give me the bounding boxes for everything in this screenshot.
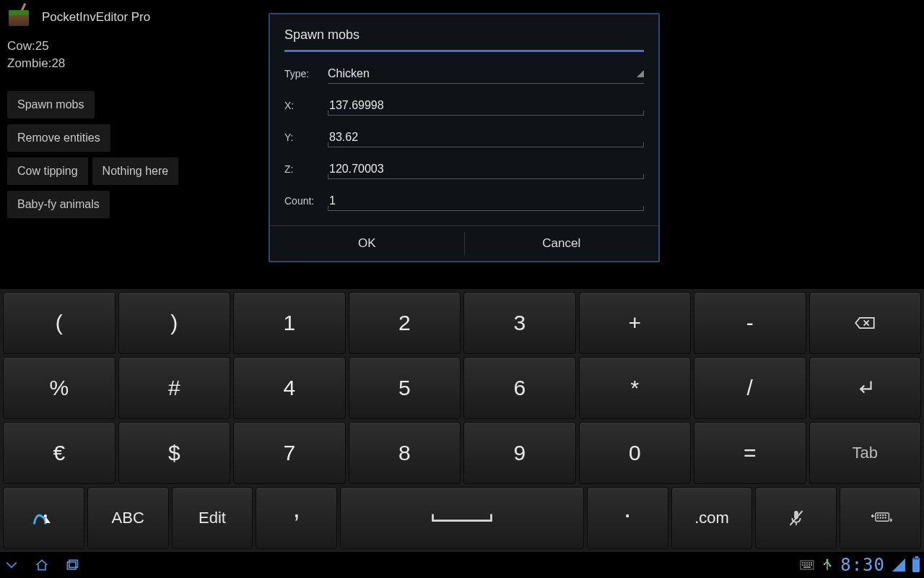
nav-recent-button[interactable] [65, 558, 79, 572]
cow-tipping-button[interactable]: Cow tipping [7, 158, 88, 185]
ok-button[interactable]: OK [270, 226, 464, 261]
type-label: Type: [284, 68, 328, 79]
key-mic[interactable] [755, 487, 837, 549]
svg-rect-5 [877, 514, 879, 516]
spawn-mobs-button[interactable]: Spawn mobs [7, 91, 95, 118]
svg-rect-10 [879, 517, 881, 519]
y-input[interactable]: 83.62 [328, 128, 644, 147]
key-abc[interactable]: ABC [87, 487, 169, 549]
key-4[interactable]: 4 [233, 357, 346, 419]
backspace-icon [853, 311, 877, 335]
svg-rect-9 [877, 517, 879, 519]
key-lparen[interactable]: ( [3, 292, 116, 354]
app-title: PocketInvEditor Pro [42, 10, 150, 25]
enter-icon [853, 376, 877, 400]
svg-rect-23 [806, 564, 808, 566]
key-9[interactable]: 9 [463, 422, 576, 484]
svg-rect-22 [804, 564, 806, 566]
svg-rect-28 [824, 564, 825, 565]
svg-rect-7 [882, 514, 884, 516]
cancel-button[interactable]: Cancel [465, 226, 659, 261]
key-equals[interactable]: = [694, 422, 806, 484]
svg-rect-24 [808, 564, 810, 566]
dropdown-triangle-icon [637, 70, 644, 77]
key-0[interactable]: 0 [579, 422, 692, 484]
nav-home-button[interactable] [35, 558, 49, 572]
remove-entities-button[interactable]: Remove entities [7, 124, 110, 152]
app-icon [7, 4, 33, 30]
y-label: Y: [284, 131, 328, 143]
key-plus[interactable]: + [579, 292, 692, 354]
key-com[interactable]: .com [671, 487, 753, 549]
key-2[interactable]: 2 [349, 292, 461, 354]
key-space[interactable] [340, 487, 584, 549]
key-backspace[interactable] [809, 292, 922, 354]
status-signal-icon [892, 558, 905, 571]
svg-rect-8 [884, 514, 886, 516]
key-swype[interactable] [3, 487, 84, 549]
key-rparen[interactable]: ) [118, 292, 231, 354]
status-clock: 8:30 [840, 555, 885, 575]
key-comma[interactable]: , [256, 487, 337, 549]
key-slash[interactable]: / [694, 357, 806, 419]
svg-rect-18 [806, 562, 808, 564]
x-label: X: [284, 100, 328, 111]
svg-rect-11 [882, 517, 884, 519]
status-keyboard-icon [800, 560, 814, 570]
svg-rect-25 [811, 564, 812, 566]
key-tab[interactable]: Tab [809, 422, 922, 484]
key-1[interactable]: 1 [233, 292, 346, 354]
key-6[interactable]: 6 [463, 357, 576, 419]
nothing-here-button[interactable]: Nothing here [92, 158, 179, 185]
svg-rect-21 [802, 564, 803, 566]
space-icon [430, 511, 494, 525]
x-input[interactable]: 137.69998 [328, 96, 644, 116]
svg-point-29 [829, 565, 832, 567]
swype-icon [31, 506, 56, 530]
key-dollar[interactable]: $ [118, 422, 231, 484]
dialog-title: Spawn mobs [284, 25, 644, 50]
z-label: Z: [284, 163, 328, 175]
svg-rect-26 [803, 566, 811, 568]
key-percent[interactable]: % [3, 357, 116, 419]
count-label: Count: [284, 195, 328, 207]
status-usb-icon [821, 558, 833, 571]
z-input[interactable]: 120.70003 [328, 160, 644, 179]
key-euro[interactable]: € [3, 422, 116, 484]
key-5[interactable]: 5 [349, 357, 461, 419]
type-value: Chicken [328, 67, 370, 80]
on-screen-keyboard: ( ) 1 2 3 + - % # 4 5 6 * / € $ 7 8 9 [0, 289, 924, 552]
svg-rect-20 [811, 562, 812, 564]
dialog-title-underline [284, 50, 644, 52]
nav-back-button[interactable] [4, 558, 19, 572]
key-minus[interactable]: - [694, 292, 806, 354]
key-star[interactable]: * [579, 357, 692, 419]
key-3[interactable]: 3 [463, 292, 576, 354]
status-battery-icon [912, 558, 920, 572]
svg-rect-6 [879, 514, 881, 516]
key-8[interactable]: 8 [349, 422, 461, 484]
key-enter[interactable] [809, 357, 922, 419]
key-edit[interactable]: Edit [172, 487, 253, 549]
mic-muted-icon [784, 506, 808, 530]
type-spinner[interactable]: Chicken [328, 64, 644, 84]
svg-rect-12 [884, 517, 886, 519]
keyboard-hide-icon [868, 506, 893, 530]
system-navbar: 8:30 [0, 552, 924, 578]
key-hash[interactable]: # [118, 357, 231, 419]
svg-rect-17 [804, 562, 806, 564]
svg-rect-19 [808, 562, 810, 564]
spawn-mobs-dialog: Spawn mobs Type: Chicken X: 137.69998 Y:… [269, 13, 660, 262]
key-hide-keyboard[interactable] [840, 487, 921, 549]
key-7[interactable]: 7 [233, 422, 346, 484]
svg-point-0 [44, 514, 47, 517]
babyfy-animals-button[interactable]: Baby-fy animals [7, 191, 110, 218]
svg-rect-16 [802, 562, 803, 564]
svg-point-27 [827, 559, 829, 561]
key-dot[interactable]: . [587, 487, 668, 549]
count-input[interactable]: 1 [328, 191, 644, 211]
